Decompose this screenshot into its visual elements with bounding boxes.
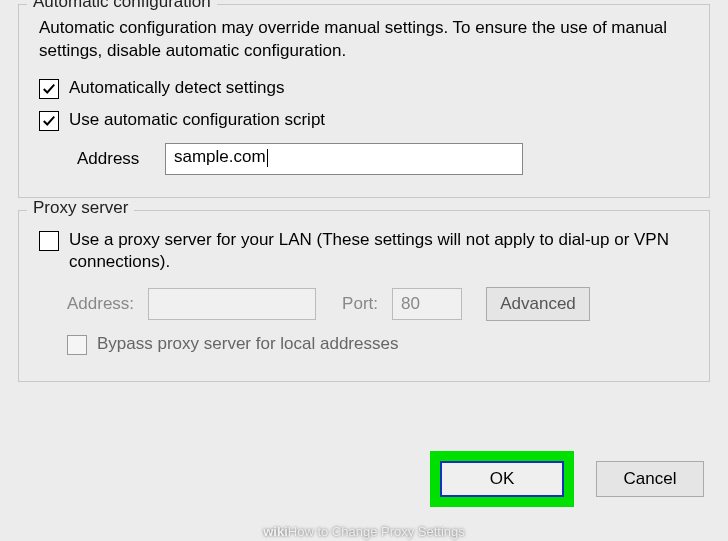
automatic-config-legend: Automatic configuration [27, 0, 217, 12]
proxy-address-label: Address: [67, 294, 134, 314]
proxy-server-legend: Proxy server [27, 198, 134, 218]
checkmark-icon [42, 82, 56, 96]
lan-settings-dialog: Automatic configuration Automatic config… [0, 0, 728, 404]
use-proxy-checkbox[interactable] [39, 231, 59, 251]
use-script-row[interactable]: Use automatic configuration script [39, 109, 695, 131]
script-address-label: Address [77, 149, 145, 169]
watermark: wikiHow to Change Proxy Settings [263, 524, 465, 539]
use-proxy-label: Use a proxy server for your LAN (These s… [69, 229, 695, 273]
bypass-checkbox[interactable] [67, 335, 87, 355]
use-script-checkbox[interactable] [39, 111, 59, 131]
use-script-label: Use automatic configuration script [69, 109, 325, 131]
text-cursor-icon [267, 149, 268, 167]
auto-detect-row[interactable]: Automatically detect settings [39, 77, 695, 99]
proxy-address-row: Address: Port: Advanced [67, 287, 695, 321]
script-address-input[interactable]: sample.com [165, 143, 523, 175]
auto-detect-checkbox[interactable] [39, 79, 59, 99]
script-address-row: Address sample.com [77, 143, 695, 175]
advanced-button[interactable]: Advanced [486, 287, 590, 321]
checkmark-icon [42, 114, 56, 128]
dialog-button-row: OK Cancel [430, 451, 704, 507]
cancel-button[interactable]: Cancel [596, 461, 704, 497]
proxy-server-group: Proxy server Use a proxy server for your… [18, 210, 710, 382]
ok-button[interactable]: OK [440, 461, 564, 497]
automatic-config-help: Automatic configuration may override man… [39, 17, 695, 63]
auto-detect-label: Automatically detect settings [69, 77, 284, 99]
bypass-label: Bypass proxy server for local addresses [97, 333, 398, 355]
proxy-port-input[interactable] [392, 288, 462, 320]
automatic-config-group: Automatic configuration Automatic config… [18, 4, 710, 198]
use-proxy-row[interactable]: Use a proxy server for your LAN (These s… [39, 229, 695, 273]
proxy-port-label: Port: [342, 294, 378, 314]
ok-highlight: OK [430, 451, 574, 507]
bypass-row[interactable]: Bypass proxy server for local addresses [67, 333, 695, 355]
proxy-address-input[interactable] [148, 288, 316, 320]
